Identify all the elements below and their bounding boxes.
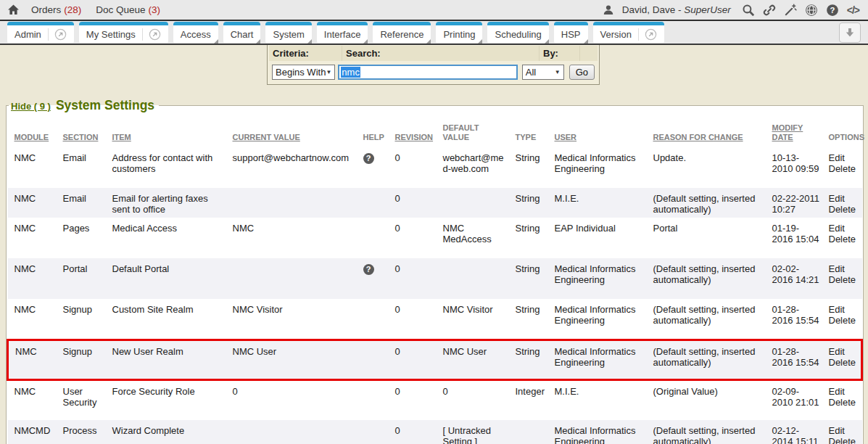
globe-icon[interactable] <box>805 4 818 17</box>
delete-link[interactable]: Delete <box>829 163 858 174</box>
help-icon[interactable]: ? <box>363 153 374 164</box>
tab-system[interactable]: System <box>265 22 311 43</box>
by-select[interactable]: All ▼ <box>522 65 564 80</box>
cell-modify-date: 02-12-2014 15:11 <box>768 420 824 444</box>
cell-modify-date: 02-02-2016 14:21 <box>768 258 824 299</box>
column-header-user[interactable]: USER <box>550 115 649 147</box>
hide-link[interactable]: Hide ( 9 ) <box>11 101 51 112</box>
cell-current-value: 0 <box>228 379 359 420</box>
cell-help <box>359 218 391 258</box>
delete-link[interactable]: Delete <box>829 397 858 408</box>
column-header-item[interactable]: ITEM <box>108 115 228 147</box>
cell-user: Medical Informatics Engineering <box>550 258 649 299</box>
tab-label: Admin <box>15 29 41 40</box>
cell-type: String <box>511 340 550 379</box>
criteria-label: Criteria: <box>269 46 342 61</box>
link-icon[interactable] <box>763 4 776 17</box>
tab-label: HSP <box>561 29 581 40</box>
cell-reason-for-change: (Original Value) <box>649 379 768 420</box>
tab-printing[interactable]: Printing <box>436 22 482 43</box>
go-button[interactable]: Go <box>569 65 595 80</box>
edit-link[interactable]: Edit <box>829 263 858 274</box>
go-header-cell <box>579 46 598 61</box>
settings-table: MODULESECTIONITEMCURRENT VALUEHELPREVISI… <box>7 115 863 444</box>
column-header-reason-for-change[interactable]: REASON FOR CHANGE <box>649 115 768 147</box>
tab-admin[interactable]: Admin <box>7 22 74 43</box>
tab-hsp[interactable]: HSP <box>554 22 588 43</box>
tab-version[interactable]: Version <box>593 22 664 43</box>
cell-default-value: 0 <box>439 379 511 420</box>
user-icon <box>603 4 614 16</box>
column-header-help: HELP <box>359 115 391 147</box>
tab-chart[interactable]: Chart <box>223 22 261 43</box>
delete-link[interactable]: Delete <box>829 357 857 368</box>
edit-link[interactable]: Edit <box>829 304 858 315</box>
cell-type: String <box>511 218 550 258</box>
search-input[interactable]: nmc <box>338 65 517 80</box>
edit-link[interactable]: Edit <box>829 193 858 204</box>
search-query-text: nmc <box>341 67 360 78</box>
cell-default-value: NMC Visitor <box>439 299 511 340</box>
cell-help <box>359 420 391 444</box>
nav-orders-count: (28) <box>64 4 81 15</box>
cell-help <box>359 188 391 218</box>
nav-doc-queue[interactable]: Doc Queue(3) <box>96 4 160 15</box>
help-icon-topbar[interactable]: ? <box>826 4 839 17</box>
home-button[interactable] <box>7 4 20 16</box>
delete-link[interactable]: Delete <box>829 315 858 326</box>
column-header-modify-date[interactable]: MODIFY DATE <box>768 115 824 147</box>
search-panel-header: Criteria: Search: By: <box>269 46 598 61</box>
tab-scheduling[interactable]: Scheduling <box>487 22 548 43</box>
cell-help <box>359 299 391 340</box>
tab-label: My Settings <box>86 29 136 40</box>
table-row: NMCEmailEmail for alerting faxes sent to… <box>8 188 862 218</box>
edit-link[interactable]: Edit <box>829 223 858 234</box>
edit-link[interactable]: Edit <box>829 386 858 397</box>
column-header-module[interactable]: MODULE <box>8 115 59 147</box>
tab-interface[interactable]: Interface <box>317 22 368 43</box>
code-icon[interactable]: </> <box>847 4 859 16</box>
wand-icon[interactable] <box>784 4 797 17</box>
tab-reference[interactable]: Reference <box>373 22 431 43</box>
search-icon[interactable] <box>742 4 755 17</box>
tab-list: AdminMy SettingsAccessChartSystemInterfa… <box>7 22 669 43</box>
tab-access[interactable]: Access <box>173 22 218 43</box>
collapse-button[interactable] <box>839 22 861 43</box>
cell-type: String <box>511 258 550 299</box>
cell-current-value: NMC <box>228 218 359 258</box>
cell-help <box>359 379 391 420</box>
column-header-section[interactable]: SECTION <box>59 115 108 147</box>
criteria-selected-value: Begins With <box>276 67 326 78</box>
cell-default-value: NMC User <box>439 340 511 379</box>
help-icon[interactable]: ? <box>363 264 374 275</box>
tab-divider <box>638 28 639 41</box>
table-row: NMCPortalDefault Portal?0StringMedical I… <box>8 258 862 299</box>
dropdown-corner-icon <box>426 39 431 44</box>
cell-revision: 0 <box>391 188 439 218</box>
cell-item: Address for contact with customers <box>108 147 228 188</box>
cell-user: Medical Informatics Engineering <box>550 299 649 340</box>
delete-link[interactable]: Delete <box>829 234 858 244</box>
cell-reason-for-change: (Default setting, inserted automatically… <box>649 299 768 340</box>
tab-label: Printing <box>443 29 475 40</box>
column-header-default-value: DEFAULT VALUE <box>439 115 511 147</box>
column-header-current-value[interactable]: CURRENT VALUE <box>228 115 359 147</box>
cell-section: Email <box>59 188 108 218</box>
tab-my-settings[interactable]: My Settings <box>79 22 168 43</box>
delete-link[interactable]: Delete <box>829 436 858 444</box>
criteria-select[interactable]: Begins With ▼ <box>272 65 335 80</box>
tab-bar: AdminMy SettingsAccessChartSystemInterfa… <box>0 21 868 45</box>
delete-link[interactable]: Delete <box>829 204 858 215</box>
top-bar: Orders(28) Doc Queue(3) David, Dave - Su… <box>0 0 868 21</box>
section-legend: Hide ( 9 )System Settings <box>9 98 159 113</box>
nav-orders-label: Orders <box>31 4 61 15</box>
edit-link[interactable]: Edit <box>829 346 857 357</box>
delete-link[interactable]: Delete <box>829 274 858 285</box>
edit-link[interactable]: Edit <box>829 152 858 163</box>
column-header-revision[interactable]: REVISION <box>391 115 439 147</box>
cell-reason-for-change: (Default setting, inserted automatically… <box>649 420 768 444</box>
cell-options: EditDelete <box>824 218 862 258</box>
nav-orders[interactable]: Orders(28) <box>31 4 81 15</box>
edit-link[interactable]: Edit <box>829 425 858 436</box>
cell-module: NMCMD <box>8 420 59 444</box>
